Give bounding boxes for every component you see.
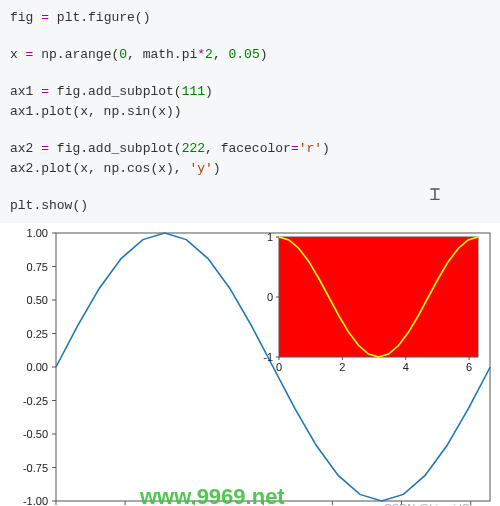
svg-text:6: 6 (466, 361, 472, 373)
svg-text:0: 0 (267, 291, 273, 303)
svg-text:-1: -1 (263, 351, 273, 363)
blank-line (10, 180, 490, 197)
svg-text:-0.25: -0.25 (23, 394, 48, 406)
svg-text:0: 0 (276, 361, 282, 373)
svg-text:0.75: 0.75 (27, 260, 48, 272)
svg-text:1: 1 (267, 231, 273, 243)
blank-line (10, 28, 490, 45)
code-line-2: x = np.arange(0, math.pi*2, 0.05) (10, 45, 490, 65)
main-axes: -1.00-0.75-0.50-0.250.000.250.500.751.00… (0, 223, 500, 506)
code-line-3: ax1 = fig.add_subplot(111) (10, 82, 490, 102)
code-block: fig = plt.figure() x = np.arange(0, math… (0, 0, 500, 223)
blank-line (10, 122, 490, 139)
svg-text:1.00: 1.00 (27, 227, 48, 239)
svg-text:0.25: 0.25 (27, 327, 48, 339)
code-line-7: plt.show() (10, 196, 490, 216)
code-line-5: ax2 = fig.add_subplot(222, facecolor='r'… (10, 139, 490, 159)
svg-text:0.50: 0.50 (27, 294, 48, 306)
svg-text:2: 2 (339, 361, 345, 373)
svg-rect-33 (279, 237, 478, 357)
code-line-6: ax2.plot(x, np.cos(x), 'y') (10, 159, 490, 179)
svg-text:0.00: 0.00 (27, 361, 48, 373)
blank-line (10, 65, 490, 82)
code-line-1: fig = plt.figure() (10, 8, 490, 28)
code-line-4: ax1.plot(x, np.sin(x)) (10, 102, 490, 122)
svg-text:4: 4 (403, 361, 409, 373)
svg-text:-0.50: -0.50 (23, 428, 48, 440)
svg-text:-1.00: -1.00 (23, 495, 48, 506)
svg-text:-0.75: -0.75 (23, 461, 48, 473)
text-cursor-icon: Ꮖ (430, 186, 441, 205)
matplotlib-figure: -1.00-0.75-0.50-0.250.000.250.500.751.00… (0, 223, 500, 506)
